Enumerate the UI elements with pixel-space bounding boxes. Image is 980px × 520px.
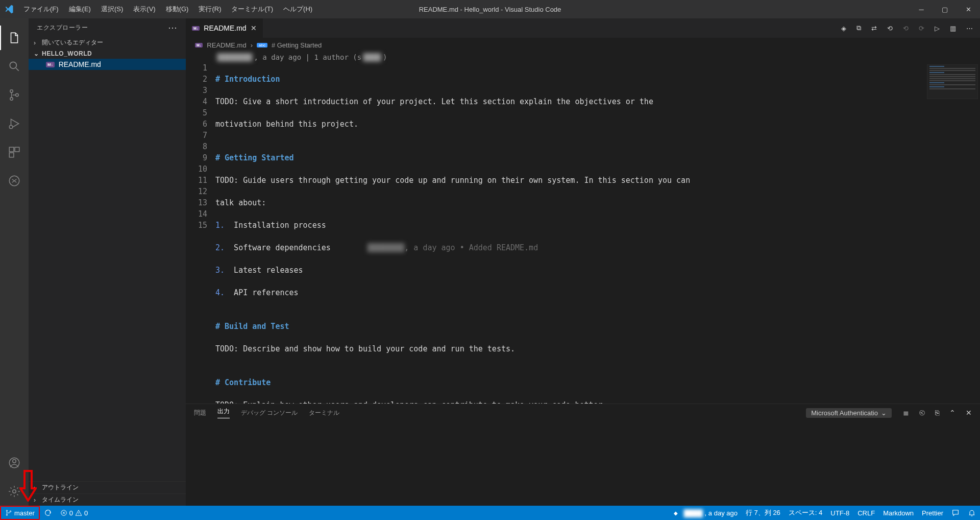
extensions-icon[interactable] (0, 138, 29, 167)
timeline-section[interactable]: ›タイムライン (29, 493, 186, 506)
go-forward-icon[interactable]: ⟳ (919, 25, 924, 32)
panel-tab-output[interactable]: 出力 (217, 407, 230, 418)
indentation[interactable]: スペース: 4 (785, 506, 826, 520)
editor-tabs: M↓ README.md ✕ ◈ ⧉ ⇄ ⟲ ⟲ ⟳ ▷ ▥ ⋯ (186, 18, 980, 38)
panel-tab-debug-console[interactable]: デバッグ コンソール (241, 409, 298, 417)
svg-point-13 (6, 514, 7, 515)
split-editor-icon[interactable]: ▥ (950, 25, 956, 32)
go-back-icon[interactable]: ⟲ (887, 25, 893, 32)
minimize-button[interactable]: ─ (910, 0, 933, 18)
notifications-icon[interactable] (964, 506, 980, 520)
filter-icon[interactable]: ≣ (903, 409, 909, 417)
window-title: README.md - Hello_world - Visual Studio … (419, 6, 561, 13)
tab-readme[interactable]: M↓ README.md ✕ (186, 18, 263, 38)
revert-icon[interactable]: ⟲ (903, 25, 909, 32)
gitlens-codelens[interactable]: ████████, a day ago | 1 author (s████) (186, 52, 980, 62)
close-tab-icon[interactable]: ✕ (251, 24, 257, 32)
explorer-title: エクスプローラー ⋯ (29, 18, 186, 37)
menu-run[interactable]: 実行(R) (193, 3, 226, 16)
menu-go[interactable]: 移動(G) (161, 3, 194, 16)
svg-rect-5 (9, 147, 14, 152)
editor[interactable]: 123456789101112131415 # Introduction TOD… (186, 62, 980, 404)
gitlens-icon[interactable]: ◈ (841, 25, 846, 32)
status-bar: master 0 0 ◆ ████, a day ago 行 7、列 26 スペ… (0, 506, 980, 520)
more-icon[interactable]: ⋯ (168, 22, 178, 33)
svg-point-2 (10, 98, 13, 100)
activity-bar (0, 18, 29, 506)
svg-point-1 (10, 90, 13, 92)
menu-help[interactable]: ヘルプ(H) (278, 3, 317, 16)
output-body[interactable] (186, 421, 980, 506)
markdown-file-icon: M↓ (195, 43, 203, 48)
editor-area: M↓ README.md ✕ ◈ ⧉ ⇄ ⟲ ⟲ ⟳ ▷ ▥ ⋯ M↓ READ… (186, 18, 980, 506)
titlebar: ファイル(F) 編集(E) 選択(S) 表示(V) 移動(G) 実行(R) ター… (0, 0, 980, 18)
settings-icon[interactable] (0, 477, 29, 506)
panel-tab-terminal[interactable]: ターミナル (309, 409, 339, 417)
language-mode[interactable]: Markdown (879, 506, 918, 520)
svg-point-0 (10, 62, 16, 68)
markdown-file-icon: M↓ (192, 26, 200, 31)
svg-rect-7 (9, 153, 14, 157)
cursor-position[interactable]: 行 7、列 26 (742, 506, 785, 520)
preview-side-icon[interactable]: ⧉ (856, 24, 861, 32)
azure-icon[interactable] (0, 167, 29, 195)
lock-icon[interactable]: ⧀ (919, 409, 925, 417)
outline-section[interactable]: ›アウトライン (29, 481, 186, 493)
encoding[interactable]: UTF-8 (826, 506, 853, 520)
maximize-panel-icon[interactable]: ⌃ (949, 409, 955, 417)
minimap[interactable] (924, 62, 980, 404)
symbol-string-icon: abc (257, 43, 267, 48)
feedback-icon[interactable] (947, 506, 964, 520)
file-readme[interactable]: M↓README.md (29, 59, 186, 70)
menu-file[interactable]: ファイル(F) (18, 3, 64, 16)
menu-terminal[interactable]: ターミナル(T) (226, 3, 278, 16)
accounts-icon[interactable] (0, 448, 29, 477)
svg-point-12 (6, 510, 7, 511)
svg-point-11 (13, 490, 16, 493)
explorer-icon[interactable] (0, 23, 29, 52)
svg-point-10 (13, 460, 16, 463)
menubar: ファイル(F) 編集(E) 選択(S) 表示(V) 移動(G) 実行(R) ター… (18, 3, 317, 16)
bottom-panel: 問題 出力 デバッグ コンソール ターミナル Microsoft Authent… (186, 404, 980, 506)
run-debug-icon[interactable] (0, 109, 29, 138)
line-numbers: 123456789101112131415 (186, 62, 213, 231)
explorer-panel: エクスプローラー ⋯ ›開いているエディター ⌄HELLO_WORLD M↓RE… (29, 18, 186, 506)
gitlens-blame-status[interactable]: ◆ ████, a day ago (670, 506, 742, 520)
git-compare-icon[interactable]: ⇄ (871, 25, 877, 32)
output-channel-select[interactable]: Microsoft Authenticatio⌄ (806, 408, 892, 418)
menu-edit[interactable]: 編集(E) (64, 3, 96, 16)
folder-section[interactable]: ⌄HELLO_WORLD (29, 49, 186, 59)
breadcrumb[interactable]: M↓ README.md › abc # Getting Started (186, 38, 980, 52)
svg-point-3 (16, 93, 18, 96)
menu-selection[interactable]: 選択(S) (96, 3, 128, 16)
vscode-logo (0, 0, 18, 18)
eol[interactable]: CRLF (853, 506, 879, 520)
markdown-file-icon: M↓ (46, 62, 55, 67)
search-icon[interactable] (0, 52, 29, 81)
svg-point-14 (10, 511, 11, 512)
window-controls: ─ ▢ ✕ (910, 0, 980, 18)
source-control-icon[interactable] (0, 81, 29, 109)
open-editors-section[interactable]: ›開いているエディター (29, 37, 186, 49)
svg-point-4 (9, 125, 13, 129)
panel-tab-problems[interactable]: 問題 (194, 409, 206, 417)
run-icon[interactable]: ▷ (935, 25, 940, 32)
clear-icon[interactable]: ⎘ (935, 409, 939, 417)
menu-view[interactable]: 表示(V) (128, 3, 160, 16)
close-panel-icon[interactable]: ✕ (966, 409, 972, 417)
maximize-button[interactable]: ▢ (933, 0, 957, 18)
close-button[interactable]: ✕ (957, 0, 980, 18)
problems-count[interactable]: 0 0 (56, 506, 92, 520)
code-content[interactable]: # Introduction TODO: Give a short introd… (215, 62, 980, 404)
more-actions-icon[interactable]: ⋯ (966, 25, 973, 32)
sync-button[interactable] (40, 506, 56, 520)
git-branch[interactable]: master (0, 506, 40, 520)
svg-rect-6 (15, 147, 19, 152)
chevron-down-icon: ⌄ (881, 409, 887, 417)
formatter[interactable]: Prettier (918, 506, 947, 520)
